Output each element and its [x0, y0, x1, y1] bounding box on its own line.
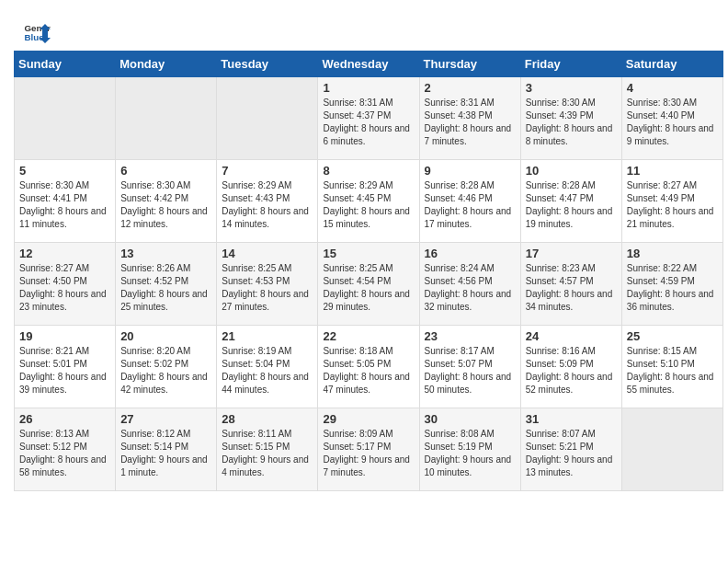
calendar-week-1: 1Sunrise: 8:31 AM Sunset: 4:37 PM Daylig… [15, 77, 723, 160]
calendar-cell: 4Sunrise: 8:30 AM Sunset: 4:40 PM Daylig… [621, 77, 722, 160]
day-number: 8 [323, 164, 414, 178]
calendar-cell: 13Sunrise: 8:26 AM Sunset: 4:52 PM Dayli… [116, 243, 217, 326]
day-info: Sunrise: 8:08 AM Sunset: 5:19 PM Dayligh… [425, 428, 516, 479]
day-number: 22 [323, 329, 414, 343]
calendar-cell: 11Sunrise: 8:27 AM Sunset: 4:49 PM Dayli… [621, 160, 722, 243]
calendar-cell: 26Sunrise: 8:13 AM Sunset: 5:12 PM Dayli… [15, 408, 116, 491]
calendar-cell: 27Sunrise: 8:12 AM Sunset: 5:14 PM Dayli… [116, 408, 217, 491]
day-number: 9 [425, 164, 516, 178]
calendar-cell: 23Sunrise: 8:17 AM Sunset: 5:07 PM Dayli… [419, 326, 520, 408]
day-info: Sunrise: 8:28 AM Sunset: 4:47 PM Dayligh… [526, 179, 617, 231]
day-info: Sunrise: 8:22 AM Sunset: 4:59 PM Dayligh… [627, 262, 718, 314]
day-info: Sunrise: 8:20 AM Sunset: 5:02 PM Dayligh… [120, 345, 211, 396]
calendar-cell: 20Sunrise: 8:20 AM Sunset: 5:02 PM Dayli… [116, 326, 217, 408]
day-number: 14 [222, 247, 313, 260]
weekday-header-monday: Monday [116, 52, 217, 77]
calendar-cell: 1Sunrise: 8:31 AM Sunset: 4:37 PM Daylig… [318, 77, 419, 160]
day-number: 19 [19, 329, 110, 343]
day-number: 15 [323, 247, 414, 260]
day-info: Sunrise: 8:19 AM Sunset: 5:04 PM Dayligh… [222, 345, 313, 396]
day-number: 10 [526, 164, 617, 178]
calendar-cell: 19Sunrise: 8:21 AM Sunset: 5:01 PM Dayli… [15, 326, 116, 408]
day-number: 25 [627, 329, 718, 343]
day-info: Sunrise: 8:07 AM Sunset: 5:21 PM Dayligh… [526, 428, 617, 479]
day-number: 29 [323, 412, 414, 426]
calendar-cell: 31Sunrise: 8:07 AM Sunset: 5:21 PM Dayli… [520, 408, 621, 491]
header: General Blue [9, 9, 719, 51]
day-number: 27 [120, 412, 211, 426]
day-info: Sunrise: 8:25 AM Sunset: 4:54 PM Dayligh… [323, 262, 414, 314]
day-info: Sunrise: 8:30 AM Sunset: 4:42 PM Dayligh… [120, 179, 211, 231]
calendar-cell: 30Sunrise: 8:08 AM Sunset: 5:19 PM Dayli… [419, 408, 520, 491]
calendar-cell: 15Sunrise: 8:25 AM Sunset: 4:54 PM Dayli… [318, 243, 419, 326]
day-info: Sunrise: 8:21 AM Sunset: 5:01 PM Dayligh… [19, 345, 110, 396]
calendar-cell: 16Sunrise: 8:24 AM Sunset: 4:56 PM Dayli… [419, 243, 520, 326]
day-info: Sunrise: 8:17 AM Sunset: 5:07 PM Dayligh… [425, 345, 516, 396]
day-info: Sunrise: 8:31 AM Sunset: 4:38 PM Dayligh… [425, 97, 516, 148]
calendar-cell: 7Sunrise: 8:29 AM Sunset: 4:43 PM Daylig… [217, 160, 318, 243]
day-info: Sunrise: 8:30 AM Sunset: 4:40 PM Dayligh… [627, 97, 718, 148]
calendar-cell: 10Sunrise: 8:28 AM Sunset: 4:47 PM Dayli… [520, 160, 621, 243]
day-number: 17 [526, 247, 617, 260]
day-number: 26 [19, 412, 110, 426]
calendar-cell: 5Sunrise: 8:30 AM Sunset: 4:41 PM Daylig… [15, 160, 116, 243]
day-number: 18 [627, 247, 718, 260]
calendar-cell [217, 77, 318, 160]
day-info: Sunrise: 8:29 AM Sunset: 4:45 PM Dayligh… [323, 179, 414, 231]
calendar-cell: 22Sunrise: 8:18 AM Sunset: 5:05 PM Dayli… [318, 326, 419, 408]
day-info: Sunrise: 8:09 AM Sunset: 5:17 PM Dayligh… [323, 428, 414, 479]
calendar: SundayMondayTuesdayWednesdayThursdayFrid… [14, 51, 723, 491]
day-info: Sunrise: 8:23 AM Sunset: 4:57 PM Dayligh… [526, 262, 617, 314]
calendar-cell: 29Sunrise: 8:09 AM Sunset: 5:17 PM Dayli… [318, 408, 419, 491]
day-info: Sunrise: 8:31 AM Sunset: 4:37 PM Dayligh… [323, 97, 414, 148]
day-info: Sunrise: 8:26 AM Sunset: 4:52 PM Dayligh… [120, 262, 211, 314]
day-info: Sunrise: 8:29 AM Sunset: 4:43 PM Dayligh… [222, 179, 313, 231]
day-info: Sunrise: 8:16 AM Sunset: 5:09 PM Dayligh… [526, 345, 617, 396]
day-number: 28 [222, 412, 313, 426]
weekday-header-tuesday: Tuesday [217, 52, 318, 77]
day-number: 23 [425, 329, 516, 343]
calendar-cell: 9Sunrise: 8:28 AM Sunset: 4:46 PM Daylig… [419, 160, 520, 243]
day-number: 4 [627, 81, 718, 95]
calendar-cell [15, 77, 116, 160]
calendar-week-4: 19Sunrise: 8:21 AM Sunset: 5:01 PM Dayli… [15, 326, 723, 408]
day-info: Sunrise: 8:13 AM Sunset: 5:12 PM Dayligh… [19, 428, 110, 479]
day-info: Sunrise: 8:18 AM Sunset: 5:05 PM Dayligh… [323, 345, 414, 396]
day-info: Sunrise: 8:12 AM Sunset: 5:14 PM Dayligh… [120, 428, 211, 479]
day-info: Sunrise: 8:30 AM Sunset: 4:39 PM Dayligh… [526, 97, 617, 148]
weekday-header-sunday: Sunday [15, 52, 116, 77]
calendar-cell [116, 77, 217, 160]
day-info: Sunrise: 8:11 AM Sunset: 5:15 PM Dayligh… [222, 428, 313, 479]
calendar-week-3: 12Sunrise: 8:27 AM Sunset: 4:50 PM Dayli… [15, 243, 723, 326]
calendar-cell: 3Sunrise: 8:30 AM Sunset: 4:39 PM Daylig… [520, 77, 621, 160]
day-number: 6 [120, 164, 211, 178]
day-info: Sunrise: 8:27 AM Sunset: 4:50 PM Dayligh… [19, 262, 110, 314]
calendar-cell: 28Sunrise: 8:11 AM Sunset: 5:15 PM Dayli… [217, 408, 318, 491]
day-info: Sunrise: 8:25 AM Sunset: 4:53 PM Dayligh… [222, 262, 313, 314]
logo: General Blue [23, 18, 51, 46]
svg-text:Blue: Blue [25, 32, 45, 42]
day-info: Sunrise: 8:27 AM Sunset: 4:49 PM Dayligh… [627, 179, 718, 231]
calendar-cell: 2Sunrise: 8:31 AM Sunset: 4:38 PM Daylig… [419, 77, 520, 160]
day-info: Sunrise: 8:24 AM Sunset: 4:56 PM Dayligh… [425, 262, 516, 314]
calendar-cell: 21Sunrise: 8:19 AM Sunset: 5:04 PM Dayli… [217, 326, 318, 408]
calendar-cell: 17Sunrise: 8:23 AM Sunset: 4:57 PM Dayli… [520, 243, 621, 326]
day-number: 11 [627, 164, 718, 178]
day-number: 13 [120, 247, 211, 260]
calendar-week-2: 5Sunrise: 8:30 AM Sunset: 4:41 PM Daylig… [15, 160, 723, 243]
logo-icon: General Blue [23, 18, 51, 46]
day-info: Sunrise: 8:15 AM Sunset: 5:10 PM Dayligh… [627, 345, 718, 396]
day-info: Sunrise: 8:30 AM Sunset: 4:41 PM Dayligh… [19, 179, 110, 231]
day-number: 1 [323, 81, 414, 95]
day-number: 31 [526, 412, 617, 426]
calendar-week-5: 26Sunrise: 8:13 AM Sunset: 5:12 PM Dayli… [15, 408, 723, 491]
weekday-header-row: SundayMondayTuesdayWednesdayThursdayFrid… [15, 52, 723, 77]
day-number: 3 [526, 81, 617, 95]
calendar-cell: 14Sunrise: 8:25 AM Sunset: 4:53 PM Dayli… [217, 243, 318, 326]
day-number: 30 [425, 412, 516, 426]
weekday-header-friday: Friday [520, 52, 621, 77]
day-info: Sunrise: 8:28 AM Sunset: 4:46 PM Dayligh… [425, 179, 516, 231]
weekday-header-saturday: Saturday [621, 52, 722, 77]
day-number: 12 [19, 247, 110, 260]
day-number: 21 [222, 329, 313, 343]
